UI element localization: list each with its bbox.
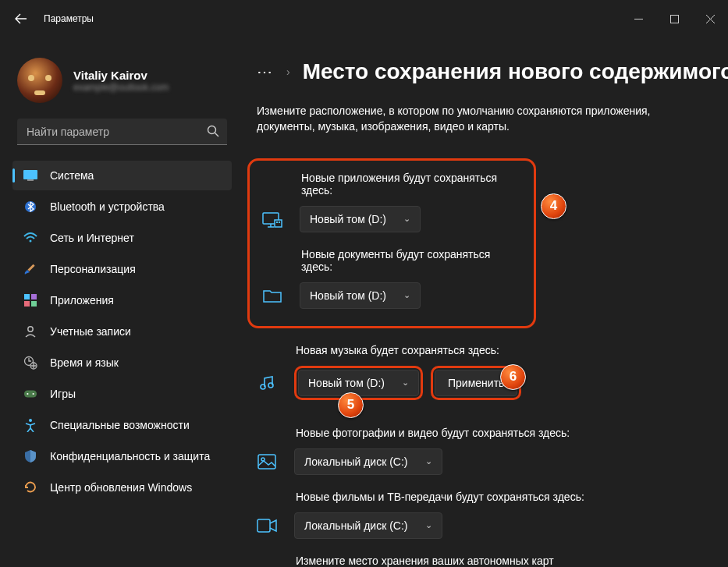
nav-gaming[interactable]: Игры	[12, 379, 232, 409]
svg-rect-20	[276, 221, 278, 223]
chevron-right-icon: ›	[286, 66, 290, 78]
nav-personalization[interactable]: Персонализация	[12, 254, 232, 284]
main-panel: ⋯ › Место сохранения нового содержимого …	[238, 37, 728, 567]
nav-windows-update[interactable]: Центр обновления Windows	[12, 473, 232, 502]
nav-bluetooth[interactable]: Bluetooth и устройства	[12, 192, 232, 221]
svg-point-15	[27, 393, 28, 395]
svg-rect-24	[258, 455, 275, 469]
nav-label: Сеть и Интернет	[50, 232, 134, 244]
apps-location-select[interactable]: Новый том (D:) ⌄	[300, 206, 421, 232]
svg-rect-26	[257, 519, 270, 532]
clock-globe-icon	[23, 356, 37, 370]
title-bar: Параметры	[0, 0, 728, 37]
chevron-down-icon: ⌄	[403, 290, 410, 300]
nav-accounts[interactable]: Учетные записи	[12, 317, 232, 346]
svg-rect-9	[24, 301, 30, 307]
photos-location-icon	[257, 452, 277, 472]
nav-network[interactable]: Сеть и Интернет	[12, 223, 232, 253]
nav-label: Bluetooth и устройства	[50, 200, 165, 213]
select-value: Локальный диск (C:)	[304, 519, 408, 532]
documents-location-icon	[262, 285, 282, 306]
svg-rect-2	[23, 170, 37, 179]
nav-apps[interactable]: Приложения	[12, 285, 232, 315]
row-movies-label: Новые фильмы и ТВ-передачи будут сохраня…	[296, 491, 728, 503]
select-value: Новый том (D:)	[310, 213, 386, 225]
chevron-down-icon: ⌄	[425, 520, 432, 530]
breadcrumb: ⋯ › Место сохранения нового содержимого	[257, 56, 728, 87]
nav-label: Центр обновления Windows	[50, 481, 192, 494]
nav-label: Игры	[50, 388, 76, 400]
music-location-select[interactable]: Новый том (D:) ⌄	[298, 370, 419, 396]
search-box[interactable]	[17, 119, 227, 145]
annotation-box-4: 4 Новые приложения будут сохраняться зде…	[247, 158, 536, 328]
nav-label: Система	[50, 169, 94, 182]
movies-location-select[interactable]: Локальный диск (C:) ⌄	[294, 512, 442, 539]
avatar	[17, 58, 62, 103]
row-music-label: Новая музыка будет сохраняться здесь:	[296, 344, 728, 356]
nav-label: Персонализация	[50, 263, 136, 275]
chevron-down-icon: ⌄	[402, 377, 409, 388]
nav-label: Специальные возможности	[50, 419, 190, 431]
minimize-button[interactable]	[620, 5, 656, 32]
select-value: Новый том (D:)	[308, 377, 385, 389]
movies-location-icon	[257, 516, 277, 536]
back-button[interactable]	[14, 12, 28, 26]
page-description: Измените расположение, в котором по умол…	[257, 103, 678, 135]
svg-rect-3	[27, 179, 34, 181]
close-button[interactable]	[692, 5, 728, 32]
row-maps-label: Измените место хранения ваших автономных…	[296, 555, 728, 567]
search-input[interactable]	[17, 119, 227, 145]
row-photos-label: Новые фотографии и видео будут сохранять…	[296, 427, 728, 439]
svg-rect-6	[27, 264, 34, 271]
nav-label: Приложения	[50, 294, 114, 307]
annotation-marker-4: 4	[541, 193, 566, 219]
annotation-marker-6: 6	[500, 364, 526, 390]
update-icon	[23, 480, 37, 494]
monitor-icon	[23, 168, 37, 183]
nav-label: Время и язык	[50, 356, 119, 369]
person-icon	[23, 324, 37, 338]
nav-list: Система Bluetooth и устройства Сеть и Ин…	[12, 161, 232, 502]
window-title: Параметры	[44, 13, 94, 24]
svg-rect-19	[275, 220, 282, 227]
nav-privacy[interactable]: Конфиденциальность и защита	[12, 441, 232, 471]
user-email: example@outlook.com	[73, 82, 169, 93]
svg-point-17	[29, 419, 32, 422]
select-value: Новый том (D:)	[310, 289, 386, 302]
apps-icon	[23, 293, 37, 307]
page-title: Место сохранения нового содержимого	[303, 59, 728, 84]
nav-time-language[interactable]: Время и язык	[12, 348, 232, 377]
svg-rect-8	[31, 294, 37, 299]
apps-location-icon	[262, 209, 282, 229]
nav-system[interactable]: Система	[12, 161, 232, 190]
music-location-icon	[257, 373, 277, 393]
nav-label: Конфиденциальность и защита	[50, 450, 210, 462]
maximize-button[interactable]	[656, 5, 692, 32]
paintbrush-icon	[23, 262, 37, 276]
accessibility-icon	[23, 418, 37, 432]
svg-point-11	[28, 327, 33, 331]
docs-location-select[interactable]: Новый том (D:) ⌄	[300, 282, 421, 309]
row-docs-label: Новые документы будут сохраняться здесь:	[301, 248, 521, 273]
shield-icon	[23, 449, 37, 463]
svg-point-1	[208, 126, 216, 134]
row-apps-label: Новые приложения будут сохраняться здесь…	[301, 172, 521, 197]
chevron-down-icon: ⌄	[403, 214, 410, 224]
nav-accessibility[interactable]: Специальные возможности	[12, 410, 232, 440]
button-label: Применить	[448, 377, 504, 389]
sidebar: Vitaliy Kairov example@outlook.com Систе…	[0, 37, 238, 567]
search-icon	[207, 125, 219, 140]
svg-rect-10	[31, 301, 37, 307]
svg-point-16	[33, 393, 34, 395]
svg-rect-21	[279, 221, 280, 223]
gamepad-icon	[23, 387, 37, 401]
user-block[interactable]: Vitaliy Kairov example@outlook.com	[17, 58, 232, 103]
svg-rect-14	[24, 391, 37, 398]
photos-location-select[interactable]: Локальный диск (C:) ⌄	[294, 448, 442, 475]
annotation-marker-5: 5	[338, 392, 364, 418]
svg-rect-7	[24, 294, 30, 299]
svg-point-5	[30, 240, 32, 243]
svg-rect-0	[670, 15, 678, 23]
nav-label: Учетные записи	[50, 325, 131, 338]
breadcrumb-more-button[interactable]: ⋯	[257, 62, 274, 81]
